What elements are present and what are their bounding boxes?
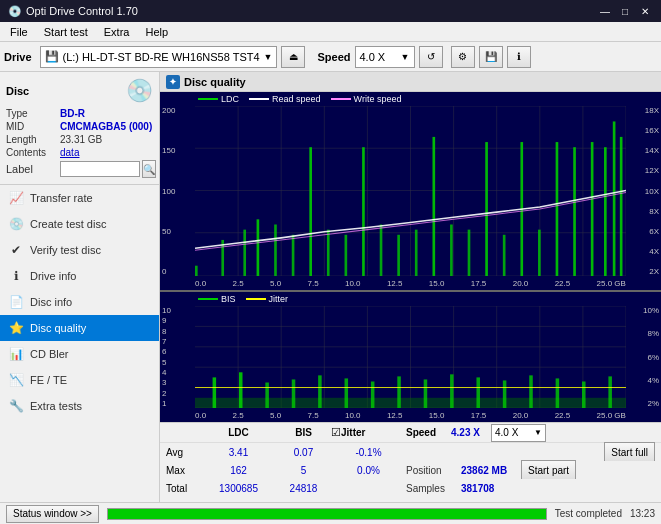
drive-icon: 💾 [45,50,59,63]
sidebar-item-verify-test-disc[interactable]: ✔ Verify test disc [0,237,159,263]
sidebar-item-cd-bler[interactable]: 📊 CD Bler [0,341,159,367]
svg-rect-38 [604,147,607,276]
start-full-button[interactable]: Start full [604,442,655,462]
mid-label: MID [6,121,58,132]
start-part-button[interactable]: Start part [521,460,576,480]
y-label-100: 100 [162,187,193,196]
x-label-17-5-top: 17.5 [471,279,487,288]
svg-rect-70 [529,375,533,408]
menubar: File Start test Extra Help [0,22,661,42]
x-label-15-top: 15.0 [429,279,445,288]
ldc-chart: LDC Read speed Write speed 200 150 100 [160,92,661,292]
extra-tests-label: Extra tests [30,400,82,412]
label-search-button[interactable]: 🔍 [142,160,156,178]
svg-rect-59 [239,372,243,408]
y-label-50: 50 [162,227,193,236]
disc-quality-label: Disc quality [30,322,86,334]
x-label-12-5-top: 12.5 [387,279,403,288]
x-label-10-top: 10.0 [345,279,361,288]
progress-bar-fill [108,509,546,519]
sidebar-item-drive-info[interactable]: ℹ Drive info [0,263,159,289]
svg-rect-34 [538,230,541,276]
transfer-rate-icon: 📈 [8,190,24,206]
x-label-20-top: 20.0 [513,279,529,288]
sidebar-item-disc-quality[interactable]: ⭐ Disc quality [0,315,159,341]
contents-label: Contents [6,147,58,158]
speed-combo-value: 4.0 X [495,427,518,438]
titlebar: 💿 Opti Drive Control 1.70 — □ ✕ [0,0,661,22]
stats-max-jitter: 0.0% [331,465,406,476]
main-area: Disc 💿 Type BD-R MID CMCMAGBA5 (000) Len… [0,72,661,502]
menu-extra[interactable]: Extra [98,24,136,40]
charts-container: LDC Read speed Write speed 200 150 100 [160,92,661,502]
sidebar-item-disc-info[interactable]: 📄 Disc info [0,289,159,315]
create-test-disc-icon: 💿 [8,216,24,232]
svg-rect-72 [582,381,586,408]
disc-info-icon: 📄 [8,294,24,310]
settings-button[interactable]: ⚙ [451,46,475,68]
speed-combo-stats[interactable]: 4.0 X ▼ [491,424,546,442]
ldc-chart-svg [195,106,626,276]
svg-rect-73 [608,376,612,408]
jitter-checkbox[interactable]: ☑ [331,426,341,439]
svg-rect-69 [503,380,507,408]
stats-panel: LDC BIS ☑ Jitter Speed 4.23 X 4.0 X ▼ Av… [160,422,661,502]
label-label: Label [6,163,58,175]
speed-current-val: 4.23 X [451,427,491,438]
length-value: 23.31 GB [60,134,102,145]
eject-button[interactable]: ⏏ [281,46,305,68]
close-button[interactable]: ✕ [637,3,653,19]
disc-quality-icon: ⭐ [8,320,24,336]
svg-rect-25 [380,224,383,276]
menu-help[interactable]: Help [139,24,174,40]
ldc-legend-label: LDC [221,94,239,104]
y-label-12x: 12X [628,166,659,175]
svg-rect-57 [195,398,626,408]
disc-info-label: Disc info [30,296,72,308]
maximize-button[interactable]: □ [617,3,633,19]
sidebar-item-create-test-disc[interactable]: 💿 Create test disc [0,211,159,237]
menu-start-test[interactable]: Start test [38,24,94,40]
cd-bler-label: CD Bler [30,348,69,360]
y-label-0: 0 [162,267,193,276]
refresh-button[interactable]: ↺ [419,46,443,68]
drive-select[interactable]: 💾 (L:) HL-DT-ST BD-RE WH16NS58 TST4 ▼ [40,46,278,68]
drive-info-icon: ℹ [8,268,24,284]
svg-rect-23 [345,235,348,276]
svg-rect-19 [274,224,277,276]
speed-combo-arrow: ▼ [534,428,542,437]
sidebar-item-fe-te[interactable]: 📉 FE / TE [0,367,159,393]
save-button[interactable]: 💾 [479,46,503,68]
contents-value[interactable]: data [60,147,79,158]
minimize-button[interactable]: — [597,3,613,19]
sidebar-item-extra-tests[interactable]: 🔧 Extra tests [0,393,159,419]
stats-avg-ldc: 3.41 [201,447,276,458]
x-label-25-top: 25.0 GB [597,279,626,288]
x-label-22-5-top: 22.5 [555,279,571,288]
menu-file[interactable]: File [4,24,34,40]
type-label: Type [6,108,58,119]
progress-bar-container [107,508,547,520]
titlebar-title: 💿 Opti Drive Control 1.70 [8,5,138,18]
titlebar-controls: — □ ✕ [597,3,653,19]
status-window-button[interactable]: Status window >> [6,505,99,523]
transfer-rate-label: Transfer rate [30,192,93,204]
svg-rect-21 [309,147,312,276]
svg-rect-64 [371,381,375,408]
svg-rect-37 [591,142,594,276]
speed-select[interactable]: 4.0 X ▼ [355,46,415,68]
label-input[interactable] [60,161,140,177]
svg-rect-66 [424,379,428,408]
stats-header-jitter: Jitter [341,427,406,438]
sidebar: Disc 💿 Type BD-R MID CMCMAGBA5 (000) Len… [0,72,160,502]
x-label-7-5-top: 7.5 [307,279,318,288]
stats-header-bis: BIS [276,427,331,438]
length-label: Length [6,134,58,145]
info-button[interactable]: ℹ [507,46,531,68]
sidebar-item-transfer-rate[interactable]: 📈 Transfer rate [0,185,159,211]
svg-rect-65 [397,376,401,408]
stats-header-ldc: LDC [201,427,276,438]
verify-test-disc-label: Verify test disc [30,244,101,256]
svg-rect-39 [613,121,616,276]
stats-avg-bis: 0.07 [276,447,331,458]
